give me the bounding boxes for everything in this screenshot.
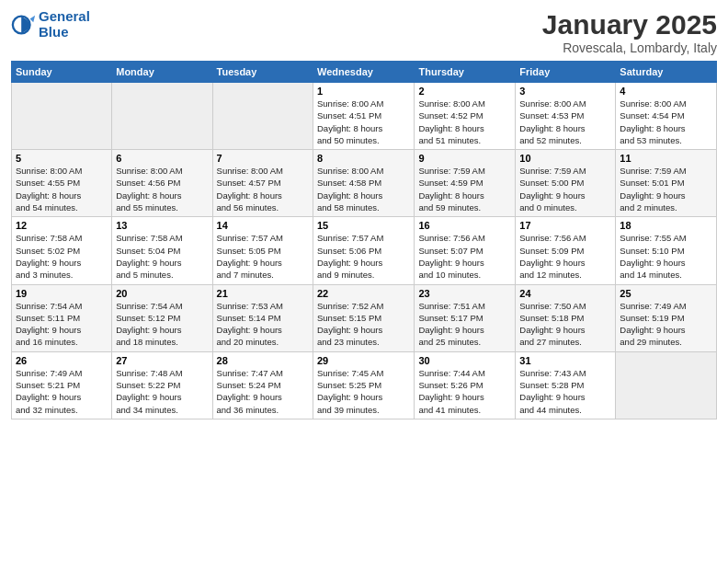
header-monday: Monday	[112, 62, 212, 83]
calendar-cell: 12Sunrise: 7:58 AM Sunset: 5:02 PM Dayli…	[12, 217, 112, 284]
calendar-cell: 9Sunrise: 7:59 AM Sunset: 4:59 PM Daylig…	[415, 150, 516, 217]
day-number: 22	[317, 288, 410, 299]
day-info: Sunrise: 8:00 AM Sunset: 4:58 PM Dayligh…	[317, 165, 410, 213]
day-info: Sunrise: 7:54 AM Sunset: 5:11 PM Dayligh…	[16, 300, 108, 349]
weekday-header-row: Sunday Monday Tuesday Wednesday Thursday…	[12, 62, 717, 83]
day-info: Sunrise: 7:50 AM Sunset: 5:18 PM Dayligh…	[519, 300, 611, 349]
header-sunday: Sunday	[12, 62, 112, 83]
day-number: 9	[418, 153, 511, 164]
title-block: January 2025 Rovescala, Lombardy, Italy	[542, 9, 717, 55]
day-number: 30	[418, 355, 511, 366]
day-info: Sunrise: 7:59 AM Sunset: 5:00 PM Dayligh…	[519, 165, 611, 213]
logo-icon	[11, 12, 37, 38]
calendar-cell: 26Sunrise: 7:49 AM Sunset: 5:21 PM Dayli…	[12, 351, 112, 419]
calendar-cell: 13Sunrise: 7:58 AM Sunset: 5:04 PM Dayli…	[112, 217, 212, 284]
calendar-cell: 5Sunrise: 8:00 AM Sunset: 4:55 PM Daylig…	[12, 150, 112, 217]
calendar-cell: 8Sunrise: 8:00 AM Sunset: 4:58 PM Daylig…	[313, 150, 415, 217]
day-number: 26	[16, 355, 108, 366]
calendar-cell: 17Sunrise: 7:56 AM Sunset: 5:09 PM Dayli…	[516, 217, 616, 284]
day-info: Sunrise: 7:59 AM Sunset: 4:59 PM Dayligh…	[418, 165, 511, 213]
day-info: Sunrise: 8:00 AM Sunset: 4:53 PM Dayligh…	[519, 98, 611, 146]
calendar-cell: 15Sunrise: 7:57 AM Sunset: 5:06 PM Dayli…	[313, 217, 415, 284]
calendar-cell: 28Sunrise: 7:47 AM Sunset: 5:24 PM Dayli…	[212, 351, 313, 419]
day-number: 31	[519, 355, 611, 366]
day-info: Sunrise: 7:43 AM Sunset: 5:28 PM Dayligh…	[519, 367, 611, 416]
calendar-cell: 10Sunrise: 7:59 AM Sunset: 5:00 PM Dayli…	[516, 150, 616, 217]
day-number: 20	[116, 288, 208, 299]
calendar-week-row: 19Sunrise: 7:54 AM Sunset: 5:11 PM Dayli…	[12, 284, 717, 351]
day-info: Sunrise: 7:55 AM Sunset: 5:10 PM Dayligh…	[620, 232, 712, 281]
day-info: Sunrise: 7:56 AM Sunset: 5:09 PM Dayligh…	[519, 232, 611, 281]
calendar-cell	[616, 351, 717, 419]
calendar-cell: 1Sunrise: 8:00 AM Sunset: 4:51 PM Daylig…	[313, 83, 415, 150]
calendar-cell: 4Sunrise: 8:00 AM Sunset: 4:54 PM Daylig…	[616, 83, 717, 150]
calendar-cell: 31Sunrise: 7:43 AM Sunset: 5:28 PM Dayli…	[516, 351, 616, 419]
day-number: 7	[217, 153, 309, 164]
day-info: Sunrise: 7:47 AM Sunset: 5:24 PM Dayligh…	[217, 367, 309, 416]
calendar-subtitle: Rovescala, Lombardy, Italy	[542, 40, 717, 55]
calendar-cell	[112, 83, 212, 150]
calendar-cell	[212, 83, 313, 150]
day-info: Sunrise: 7:48 AM Sunset: 5:22 PM Dayligh…	[116, 367, 208, 416]
day-number: 10	[519, 153, 611, 164]
calendar-cell: 2Sunrise: 8:00 AM Sunset: 4:52 PM Daylig…	[415, 83, 516, 150]
day-info: Sunrise: 7:56 AM Sunset: 5:07 PM Dayligh…	[418, 232, 511, 281]
day-info: Sunrise: 8:00 AM Sunset: 4:51 PM Dayligh…	[317, 98, 410, 146]
day-number: 18	[620, 220, 712, 231]
logo-text: General Blue	[39, 9, 90, 40]
day-info: Sunrise: 7:44 AM Sunset: 5:26 PM Dayligh…	[418, 367, 511, 416]
calendar-week-row: 26Sunrise: 7:49 AM Sunset: 5:21 PM Dayli…	[12, 351, 717, 419]
day-info: Sunrise: 7:49 AM Sunset: 5:21 PM Dayligh…	[16, 367, 108, 416]
calendar-cell: 29Sunrise: 7:45 AM Sunset: 5:25 PM Dayli…	[313, 351, 415, 419]
header-tuesday: Tuesday	[212, 62, 313, 83]
day-info: Sunrise: 7:54 AM Sunset: 5:12 PM Dayligh…	[116, 300, 208, 349]
calendar-cell: 24Sunrise: 7:50 AM Sunset: 5:18 PM Dayli…	[516, 284, 616, 351]
day-number: 29	[317, 355, 410, 366]
day-info: Sunrise: 7:49 AM Sunset: 5:19 PM Dayligh…	[620, 300, 712, 349]
day-info: Sunrise: 8:00 AM Sunset: 4:55 PM Dayligh…	[16, 165, 108, 213]
calendar-cell: 11Sunrise: 7:59 AM Sunset: 5:01 PM Dayli…	[616, 150, 717, 217]
header-saturday: Saturday	[616, 62, 717, 83]
calendar-cell: 21Sunrise: 7:53 AM Sunset: 5:14 PM Dayli…	[212, 284, 313, 351]
day-info: Sunrise: 8:00 AM Sunset: 4:54 PM Dayligh…	[620, 98, 712, 146]
day-number: 4	[620, 86, 712, 97]
day-info: Sunrise: 7:59 AM Sunset: 5:01 PM Dayligh…	[620, 165, 712, 213]
calendar-cell: 27Sunrise: 7:48 AM Sunset: 5:22 PM Dayli…	[112, 351, 212, 419]
day-number: 28	[217, 355, 309, 366]
day-number: 15	[317, 220, 410, 231]
header-friday: Friday	[516, 62, 616, 83]
day-number: 17	[519, 220, 611, 231]
page-container: General Blue January 2025 Rovescala, Lom…	[0, 0, 728, 429]
day-info: Sunrise: 8:00 AM Sunset: 4:52 PM Dayligh…	[418, 98, 511, 146]
day-info: Sunrise: 7:52 AM Sunset: 5:15 PM Dayligh…	[317, 300, 410, 349]
day-number: 2	[418, 86, 511, 97]
calendar-cell: 3Sunrise: 8:00 AM Sunset: 4:53 PM Daylig…	[516, 83, 616, 150]
day-number: 8	[317, 153, 410, 164]
day-info: Sunrise: 7:53 AM Sunset: 5:14 PM Dayligh…	[217, 300, 309, 349]
calendar-table: Sunday Monday Tuesday Wednesday Thursday…	[11, 61, 717, 419]
day-number: 13	[116, 220, 208, 231]
header: General Blue January 2025 Rovescala, Lom…	[11, 9, 717, 55]
calendar-cell: 16Sunrise: 7:56 AM Sunset: 5:07 PM Dayli…	[415, 217, 516, 284]
day-number: 27	[116, 355, 208, 366]
day-number: 6	[116, 153, 208, 164]
day-info: Sunrise: 7:58 AM Sunset: 5:04 PM Dayligh…	[116, 232, 208, 281]
day-info: Sunrise: 7:45 AM Sunset: 5:25 PM Dayligh…	[317, 367, 410, 416]
day-number: 14	[217, 220, 309, 231]
calendar-week-row: 12Sunrise: 7:58 AM Sunset: 5:02 PM Dayli…	[12, 217, 717, 284]
day-number: 19	[16, 288, 108, 299]
day-number: 12	[16, 220, 108, 231]
day-number: 3	[519, 86, 611, 97]
day-number: 11	[620, 153, 712, 164]
calendar-cell: 22Sunrise: 7:52 AM Sunset: 5:15 PM Dayli…	[313, 284, 415, 351]
calendar-cell	[12, 83, 112, 150]
day-number: 25	[620, 288, 712, 299]
calendar-cell: 30Sunrise: 7:44 AM Sunset: 5:26 PM Dayli…	[415, 351, 516, 419]
day-info: Sunrise: 7:57 AM Sunset: 5:05 PM Dayligh…	[217, 232, 309, 281]
logo: General Blue	[11, 9, 90, 40]
day-info: Sunrise: 8:00 AM Sunset: 4:57 PM Dayligh…	[217, 165, 309, 213]
calendar-cell: 19Sunrise: 7:54 AM Sunset: 5:11 PM Dayli…	[12, 284, 112, 351]
day-number: 24	[519, 288, 611, 299]
day-number: 5	[16, 153, 108, 164]
day-info: Sunrise: 8:00 AM Sunset: 4:56 PM Dayligh…	[116, 165, 208, 213]
